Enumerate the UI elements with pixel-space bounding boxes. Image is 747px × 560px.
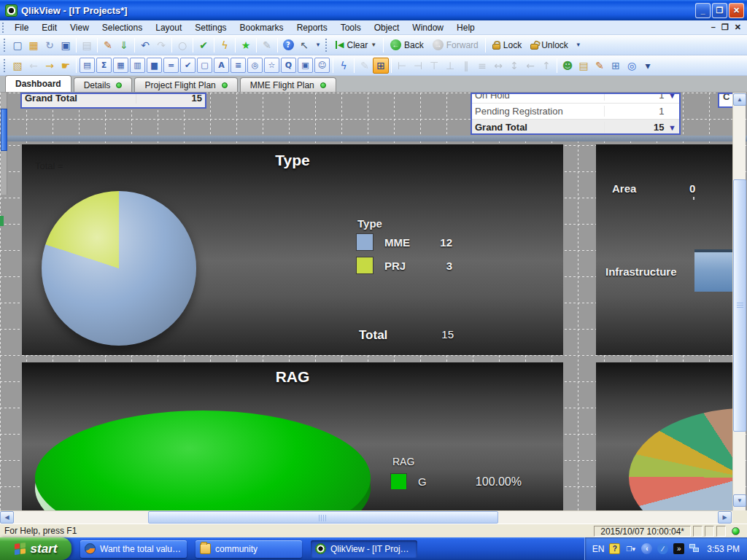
menu-window[interactable]: Window [406,21,450,34]
wireless-signal-icon[interactable]: » [673,543,684,554]
undo-layout-button[interactable]: ↶ [137,37,153,53]
rag-pie-chart[interactable] [35,411,371,510]
detail-pie-panel[interactable] [596,362,732,510]
menu-view[interactable]: View [63,21,96,34]
move-object-button[interactable]: ☛ [58,58,74,74]
unlock-button[interactable]: Unlock [526,37,573,53]
sheet-properties-button[interactable]: ☻ [560,58,576,74]
menu-object[interactable]: Object [368,21,406,34]
quick-chart-wizard-button[interactable]: ϟ [217,37,233,53]
close-button[interactable]: ✕ [729,3,744,18]
start-button[interactable]: start [0,537,71,560]
rag-chart-panel[interactable]: RAG RAG G 100.00% [22,362,563,510]
menu-file[interactable]: File [8,21,35,34]
create-listbox-button[interactable]: ▤ [80,58,95,73]
create-input-box-button[interactable]: = [163,58,179,73]
toolbar-overflow-button[interactable]: ▾ [640,58,656,74]
left-scrollbar[interactable] [1,93,7,195]
create-container-button[interactable]: ▢ [197,58,212,73]
type-pie-chart[interactable] [42,191,196,346]
create-bookmark-object-button[interactable]: ☆ [264,58,279,73]
menu-selections[interactable]: Selections [96,21,149,34]
tab-project-flight-plan[interactable]: Project Flight Plan [134,77,237,92]
help-button[interactable]: ? [280,37,296,53]
align-right-button[interactable]: ⊣ [410,58,426,74]
whats-this-help-button[interactable]: ↖ [296,37,312,53]
design-grid-button[interactable]: ⊞ [373,58,389,74]
open-web-document-button[interactable]: ◎ [624,58,640,74]
align-top-button[interactable]: ⊤ [426,58,442,74]
create-current-selections-box-button[interactable]: ✔ [180,58,196,73]
menu-tools[interactable]: Tools [334,21,368,34]
table-row[interactable]: Grand Total15▼ [472,120,679,135]
horizontal-scrollbar[interactable]: ◀ ▶ [0,510,747,524]
detail-pie-chart[interactable] [629,408,732,510]
redo-layout-button[interactable]: ↷ [153,37,169,53]
project-status-table[interactable]: On Hold1▼Pending Registration1Grand Tota… [471,93,681,135]
add-sheet-button[interactable]: ▧ [9,58,26,74]
promote-sheet-button[interactable]: ← [26,58,42,74]
open-document-button[interactable]: ▦ [26,37,42,53]
align-bottom-button[interactable]: ⊥ [442,58,458,74]
snap-left-button[interactable]: ← [522,58,538,74]
legend-item[interactable]: PRJ 3 [356,257,452,274]
space-vertically-button[interactable]: ↕ [506,58,522,74]
create-text-object-button[interactable]: A [214,58,229,73]
clear-button[interactable]: ◀ Clear ▼ [331,37,381,53]
scroll-left-button[interactable]: ◀ [0,511,14,524]
scroll-right-button[interactable]: ▶ [718,511,732,524]
toolbar-overflow-button[interactable]: ▾ [313,37,323,53]
create-statistics-box-button[interactable]: Σ [96,58,112,73]
current-selections-button[interactable]: ✔ [196,37,212,53]
tab-dashboard[interactable]: Dashboard [5,75,71,92]
left-scrollbar-thumb[interactable] [1,109,7,151]
scroll-up-button[interactable]: ▲ [733,93,746,106]
demote-sheet-button[interactable]: → [42,58,58,74]
back-button[interactable]: ← Back [386,37,428,53]
create-line-arrow-button[interactable]: ≡ [231,58,246,73]
paste-object-button[interactable]: ▤ [576,58,592,74]
add-bookmark-button[interactable]: ★ [238,37,254,53]
menu-reports[interactable]: Reports [290,21,334,34]
create-search-object-button[interactable]: Q [281,58,296,73]
scroll-down-button[interactable]: ▼ [733,494,746,507]
align-left-button[interactable]: ⊢ [394,58,410,74]
infrastructure-bar[interactable] [694,249,732,292]
create-custom-object-button[interactable]: ☺ [314,58,330,73]
mdi-minimize-button[interactable]: – [711,23,716,32]
center-horizontally-button[interactable]: ≡ [474,58,490,74]
create-table-box-button[interactable]: ▦ [113,58,128,73]
reload-document-button[interactable]: ↻ [42,37,58,53]
horizontal-scrollbar-thumb[interactable] [148,511,498,524]
taskbar-task-want-the-total-value[interactable]: Want the total value ... [80,540,187,558]
clear-dropdown-icon[interactable]: ▼ [371,42,376,48]
grand-total-table[interactable]: Grand Total 15 [20,93,206,109]
clipped-listbox[interactable]: C [718,93,734,108]
new-document-button[interactable]: ▢ [9,37,26,53]
menu-bookmarks[interactable]: Bookmarks [233,21,290,34]
menu-help[interactable]: Help [450,21,481,34]
area-chart-panel[interactable]: Area 0 Infrastructure [596,144,732,355]
format-painter-button[interactable]: ✎ [357,58,373,74]
expression-overview-button[interactable]: ⊞ [608,58,624,74]
language-indicator[interactable]: EN [592,544,605,554]
menu-edit[interactable]: Edit [35,21,63,34]
tab-details[interactable]: Details [74,77,133,92]
edit-notes-button[interactable]: ✎ [259,37,275,53]
create-slider-object-button[interactable]: ◎ [247,58,263,73]
mdi-restore-button[interactable]: ❐ [721,23,729,32]
chart-wizard-button[interactable]: ϟ [336,58,352,74]
tab-mme-flight-plan[interactable]: MME Flight Plan [240,77,336,92]
save-document-button[interactable]: ▣ [58,37,74,53]
forward-button[interactable]: → Forward [428,37,483,53]
lock-button[interactable]: Lock [488,37,526,53]
mdi-close-button[interactable]: ✕ [735,23,741,32]
type-chart-panel[interactable]: Type Total = Type MME 12 PRJ 3 Total 15 [22,144,563,355]
restore-layout-icon[interactable]: ❐▾ [625,543,636,554]
table-row[interactable]: On Hold1▼ [472,93,679,104]
hide-icons-chevron-icon[interactable]: ‹ [641,543,652,554]
snap-top-button[interactable]: ↑ [538,58,554,74]
create-chart-button[interactable]: ▆ [147,58,162,73]
restore-button[interactable]: ❐ [712,3,727,18]
space-horizontally-button[interactable]: ↔ [490,58,506,74]
